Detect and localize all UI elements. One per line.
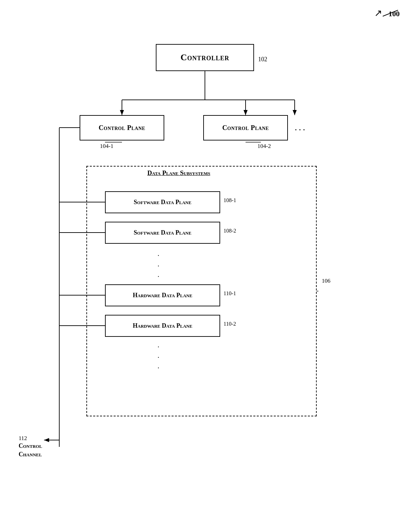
sdp2-label: Software Data Plane bbox=[134, 229, 191, 236]
dots-below-hw: ··· bbox=[158, 342, 160, 373]
hardware-data-plane-2-box: Hardware Data Plane bbox=[105, 315, 220, 337]
dots-between-sw-hw: ··· bbox=[158, 250, 160, 282]
ref-108-1: 108-1 bbox=[224, 197, 236, 203]
figure-arrow: ↗ bbox=[374, 7, 382, 19]
svg-marker-6 bbox=[244, 110, 248, 115]
ref-104-1: 104-1 bbox=[100, 143, 113, 150]
ref-106: 106 bbox=[322, 278, 331, 284]
cc-line1: Control bbox=[19, 442, 42, 449]
hardware-data-plane-1-box: Hardware Data Plane bbox=[105, 284, 220, 306]
sdp1-label: Software Data Plane bbox=[134, 199, 191, 206]
ref-104-2: 104-2 bbox=[257, 143, 271, 150]
ref-102: 102 bbox=[258, 56, 267, 63]
hdp2-label: Hardware Data Plane bbox=[133, 322, 192, 329]
controller-label: Controller bbox=[181, 52, 229, 63]
figure-label: 100 bbox=[388, 9, 400, 18]
svg-marker-8 bbox=[293, 110, 297, 115]
cp1-label: Control Plane bbox=[99, 124, 145, 132]
hdp1-label: Hardware Data Plane bbox=[133, 292, 192, 299]
ref-110-2: 110-2 bbox=[224, 321, 236, 327]
cc-line2: Channel bbox=[19, 451, 42, 458]
control-plane-2-box: Control Plane bbox=[203, 115, 288, 140]
ref-108-2: 108-2 bbox=[224, 228, 236, 234]
controller-box: Controller bbox=[156, 44, 254, 71]
software-data-plane-2-box: Software Data Plane bbox=[105, 222, 220, 244]
software-data-plane-1-box: Software Data Plane bbox=[105, 191, 220, 213]
svg-marker-4 bbox=[120, 110, 124, 115]
diagram: ↗ 100 bbox=[0, 0, 420, 523]
ref-110-1: 110-1 bbox=[224, 290, 236, 297]
svg-marker-17 bbox=[44, 438, 49, 442]
control-channel-label: Control Channel bbox=[19, 442, 42, 459]
dps-label: Data Plane Subsystems bbox=[147, 169, 210, 177]
dots-more-cp: ... bbox=[295, 122, 307, 133]
cp2-label: Control Plane bbox=[222, 124, 269, 132]
control-plane-1-box: Control Plane bbox=[80, 115, 164, 140]
ref-112: 112 bbox=[19, 435, 27, 442]
